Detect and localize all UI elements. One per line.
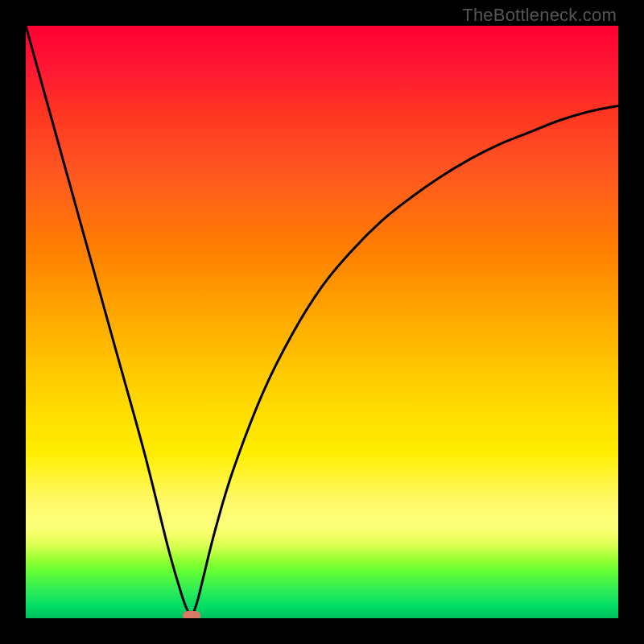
curve-right-branch bbox=[192, 105, 618, 618]
bottleneck-curve bbox=[26, 26, 618, 618]
chart-frame: TheBottleneck.com bbox=[0, 0, 644, 644]
watermark-text: TheBottleneck.com bbox=[462, 5, 617, 26]
plot-area bbox=[26, 26, 618, 618]
minimum-marker bbox=[183, 611, 200, 618]
curve-left-branch bbox=[26, 26, 192, 618]
